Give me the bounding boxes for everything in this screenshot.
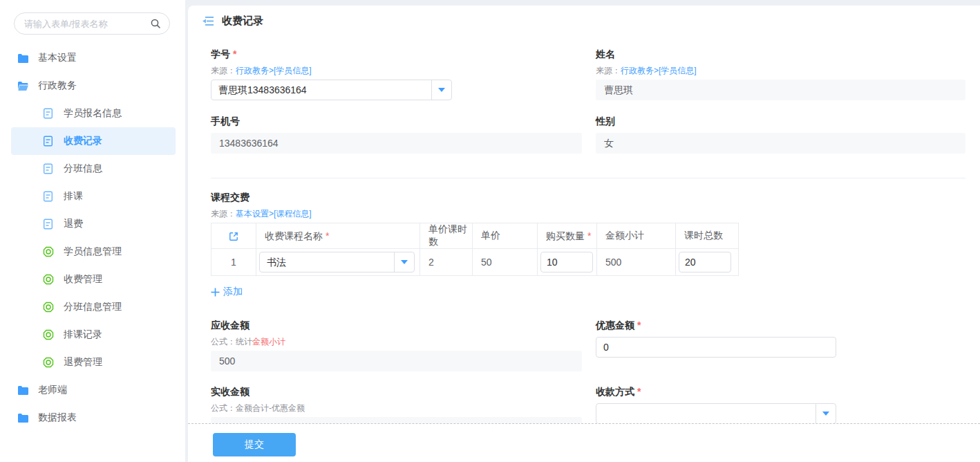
report-icon bbox=[43, 274, 55, 286]
col-subtotal: 金额小计 bbox=[597, 223, 676, 249]
discount-input[interactable] bbox=[596, 337, 836, 358]
submit-button[interactable]: 提交 bbox=[213, 433, 296, 456]
source-prefix: 来源： bbox=[211, 209, 236, 219]
source-prefix: 来源： bbox=[596, 66, 621, 75]
formula-prefix: 公式：金额合计-优惠金额 bbox=[211, 403, 305, 413]
sidebar-item-label: 收费记录 bbox=[64, 135, 102, 147]
phone-label: 手机号 bbox=[211, 115, 582, 127]
col-unit-price: 单价 bbox=[473, 223, 538, 249]
gender-label: 性别 bbox=[596, 115, 965, 127]
course-name-select[interactable]: 书法 bbox=[259, 252, 415, 272]
discount-label: 优惠金额 bbox=[596, 320, 965, 331]
sidebar-item-enrollment-info[interactable]: 学员报名信息 bbox=[11, 100, 176, 127]
receivable-label: 应收金额 bbox=[211, 320, 582, 331]
course-fee-section-label: 课程交费 bbox=[211, 192, 965, 203]
folder-icon bbox=[17, 412, 29, 424]
sidebar-item-label: 排课 bbox=[64, 190, 83, 203]
sidebar-item-label: 退费管理 bbox=[64, 356, 102, 369]
page-header: 收费记录 bbox=[188, 6, 980, 28]
receivable-value: 500 bbox=[211, 351, 582, 371]
row-index: 1 bbox=[211, 249, 256, 276]
search-icon[interactable] bbox=[150, 18, 161, 29]
sidebar-item-label: 数据报表 bbox=[38, 412, 77, 424]
form-doc-icon bbox=[43, 136, 55, 147]
app-window: 基本设置 行政教务 学员报名信息 收费记录 分班信息 bbox=[0, 0, 980, 462]
received-label: 实收金额 bbox=[211, 386, 582, 397]
sidebar-item-label: 行政教务 bbox=[38, 80, 77, 92]
section-divider bbox=[211, 178, 965, 178]
field-receivable: 应收金额 公式：统计金额小计 500 bbox=[211, 320, 582, 371]
folder-open-icon bbox=[17, 80, 29, 92]
formula-field-ref: 金额小计 bbox=[252, 337, 285, 346]
sidebar-item-fee-mgmt[interactable]: 收费管理 bbox=[11, 266, 176, 293]
sidebar-item-label: 分班信息管理 bbox=[64, 301, 122, 313]
gender-value: 女 bbox=[596, 133, 965, 154]
main-panel: 收费记录 学号 来源：行政教务>[学员信息] 曹思琪13483636164 姓名… bbox=[188, 6, 980, 462]
sidebar-item-admin-affairs[interactable]: 行政教务 bbox=[11, 72, 176, 100]
search-input[interactable] bbox=[23, 18, 150, 30]
sidebar-item-label: 学员报名信息 bbox=[64, 107, 122, 120]
sidebar-item-label: 收费管理 bbox=[64, 273, 102, 286]
chevron-down-icon bbox=[438, 88, 445, 92]
external-link-icon[interactable] bbox=[228, 231, 239, 242]
sidebar-item-class-info-mgmt[interactable]: 分班信息管理 bbox=[11, 293, 176, 321]
col-quantity: 购买数量 bbox=[546, 230, 591, 241]
sidebar-item-basic-settings[interactable]: 基本设置 bbox=[11, 44, 176, 72]
formula-prefix: 公式：统计 bbox=[211, 337, 252, 346]
course-fee-source: 来源：基本设置>[课程信息] bbox=[211, 209, 965, 219]
col-course-name: 收费课程名称 bbox=[265, 230, 329, 241]
sidebar-item-schedule-record[interactable]: 排课记录 bbox=[11, 321, 176, 349]
sidebar-item-data-report[interactable]: 数据报表 bbox=[11, 404, 176, 432]
sidebar-search bbox=[14, 12, 170, 35]
dropdown-button[interactable] bbox=[816, 404, 836, 423]
course-fee-source-link[interactable]: 基本设置>[课程信息] bbox=[236, 209, 312, 219]
source-prefix: 来源： bbox=[211, 66, 236, 75]
field-student-id: 学号 来源：行政教务>[学员信息] 曹思琪13483636164 bbox=[211, 48, 582, 100]
col-unit-hours: 单价课时数 bbox=[420, 223, 473, 249]
name-label: 姓名 bbox=[596, 48, 965, 59]
sidebar-item-refund[interactable]: 退费 bbox=[11, 210, 176, 238]
sidebar-item-scheduling[interactable]: 排课 bbox=[11, 183, 176, 210]
receivable-formula: 公式：统计金额小计 bbox=[211, 337, 582, 346]
chevron-down-icon bbox=[822, 412, 829, 416]
payment-method-label: 收款方式 bbox=[596, 386, 965, 397]
sidebar-item-label: 退费 bbox=[64, 218, 83, 230]
dropdown-button[interactable] bbox=[431, 80, 451, 100]
field-gender: 性别 女 bbox=[596, 115, 965, 154]
sidebar-item-label: 学员信息管理 bbox=[64, 246, 122, 258]
payment-method-select[interactable] bbox=[596, 403, 836, 424]
collapse-sidebar-icon[interactable] bbox=[202, 16, 215, 26]
table-header-row: 收费课程名称 单价课时数 单价 购买数量 金额小计 课时总数 bbox=[211, 223, 739, 249]
sidebar-item-fee-record[interactable]: 收费记录 bbox=[11, 127, 176, 155]
add-row-label: 添加 bbox=[223, 286, 243, 298]
form-doc-icon bbox=[43, 108, 55, 120]
student-id-select[interactable]: 曹思琪13483636164 bbox=[211, 80, 452, 100]
name-value: 曹思琪 bbox=[596, 80, 965, 100]
sidebar-item-refund-mgmt[interactable]: 退费管理 bbox=[11, 349, 176, 376]
sidebar-item-student-info-mgmt[interactable]: 学员信息管理 bbox=[11, 238, 176, 266]
field-discount: 优惠金额 bbox=[596, 320, 965, 371]
form-area: 学号 来源：行政教务>[学员信息] 曹思琪13483636164 姓名 来源：行… bbox=[188, 28, 980, 438]
form-doc-icon bbox=[43, 163, 55, 175]
quantity-input[interactable] bbox=[540, 252, 593, 272]
plus-icon bbox=[211, 288, 220, 297]
phone-value: 13483636164 bbox=[211, 133, 582, 154]
sidebar-item-teacher-portal[interactable]: 老师端 bbox=[11, 376, 176, 404]
sidebar-item-class-assignment[interactable]: 分班信息 bbox=[11, 155, 176, 183]
form-doc-icon bbox=[43, 191, 55, 203]
report-icon bbox=[43, 246, 55, 258]
unit-price-cell: 50 bbox=[473, 249, 538, 276]
name-source: 来源：行政教务>[学员信息] bbox=[596, 66, 965, 75]
dropdown-button[interactable] bbox=[394, 252, 414, 272]
unit-hours-cell: 2 bbox=[420, 249, 473, 276]
report-icon bbox=[43, 329, 55, 341]
student-id-source-link[interactable]: 行政教务>[学员信息] bbox=[236, 66, 312, 75]
field-phone: 手机号 13483636164 bbox=[211, 115, 582, 154]
student-id-label: 学号 bbox=[211, 48, 582, 59]
report-icon bbox=[43, 302, 55, 313]
add-row-button[interactable]: 添加 bbox=[211, 286, 243, 298]
received-formula: 公式：金额合计-优惠金额 bbox=[211, 403, 582, 413]
expand-table-cell bbox=[211, 223, 256, 249]
total-hours-input[interactable] bbox=[679, 252, 731, 272]
name-source-link[interactable]: 行政教务>[学员信息] bbox=[621, 66, 697, 75]
